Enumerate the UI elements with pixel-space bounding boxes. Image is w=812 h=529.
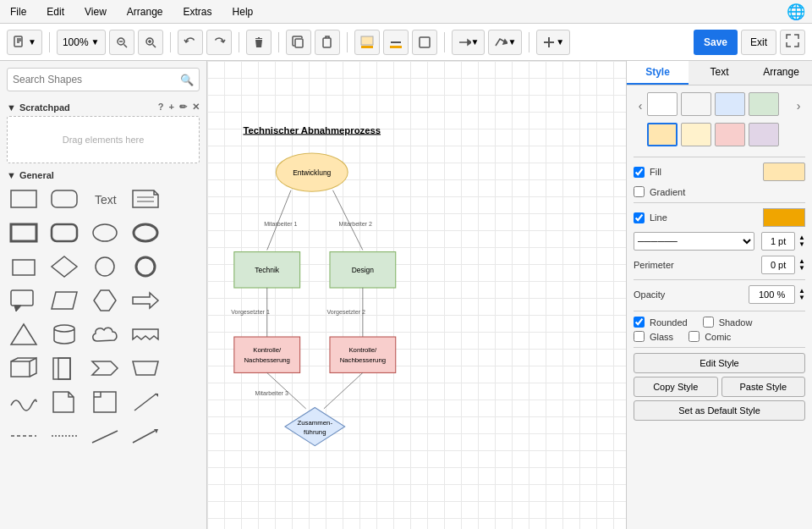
swatch-white[interactable] bbox=[647, 92, 678, 116]
shape-callout[interactable] bbox=[7, 285, 41, 316]
edit-icon[interactable]: ✏ bbox=[179, 102, 187, 113]
add-icon[interactable]: + bbox=[169, 102, 174, 113]
line-pt-spinner[interactable]: ▲ ▼ bbox=[798, 234, 805, 248]
tab-style[interactable]: Style bbox=[627, 61, 689, 85]
shape-cloud[interactable] bbox=[88, 319, 122, 350]
glass-checkbox[interactable] bbox=[634, 331, 645, 342]
menu-help[interactable]: Help bbox=[229, 4, 257, 19]
shape-rect[interactable] bbox=[7, 184, 41, 214]
shape-thick-rect[interactable] bbox=[7, 218, 41, 248]
shape-chevron[interactable] bbox=[88, 353, 122, 383]
copy-style-button[interactable]: Copy Style bbox=[634, 377, 718, 397]
shape-small-rect[interactable] bbox=[7, 251, 41, 282]
shape-hex[interactable] bbox=[88, 285, 122, 316]
waypoint-button[interactable]: ▼ bbox=[488, 30, 522, 55]
shape-line[interactable] bbox=[88, 421, 122, 451]
shape-folded[interactable] bbox=[88, 387, 122, 417]
help-icon[interactable]: ? bbox=[158, 102, 164, 113]
redo-button[interactable] bbox=[206, 30, 232, 55]
line-color-button[interactable] bbox=[383, 30, 409, 55]
shape-arrow[interactable] bbox=[129, 285, 162, 316]
shape-circle[interactable] bbox=[88, 251, 122, 282]
fullscreen-button[interactable] bbox=[780, 30, 805, 55]
shape-wave[interactable] bbox=[7, 387, 41, 417]
zoom-in-button[interactable] bbox=[138, 30, 163, 55]
add-shape-button[interactable]: ▼ bbox=[536, 30, 570, 55]
canvas-area[interactable]: Technischer Abnahmeprozess Entwicklung M… bbox=[207, 61, 626, 529]
set-default-button[interactable]: Set as Default Style bbox=[634, 400, 805, 421]
shape-box3d[interactable] bbox=[7, 353, 41, 383]
swatch-lightblue[interactable] bbox=[715, 92, 745, 116]
node-kontrolle2[interactable] bbox=[330, 337, 396, 372]
swatch-yellow[interactable] bbox=[681, 123, 711, 146]
node-kontrolle1[interactable] bbox=[234, 337, 300, 372]
shape-ellipse-thick[interactable] bbox=[129, 218, 162, 248]
menu-extras[interactable]: Extras bbox=[180, 4, 216, 19]
shape-trapezoid[interactable] bbox=[129, 353, 162, 383]
line-pt-input[interactable] bbox=[761, 232, 795, 251]
general-header[interactable]: ▼ General bbox=[7, 170, 200, 180]
swatch-right-arrow[interactable]: › bbox=[792, 99, 805, 113]
opacity-spinner[interactable]: ▲ ▼ bbox=[798, 288, 805, 301]
save-button[interactable]: Save bbox=[694, 30, 738, 55]
shadow-checkbox[interactable] bbox=[703, 317, 714, 328]
shape-dashed1[interactable] bbox=[7, 421, 41, 451]
tab-arrange[interactable]: Arrange bbox=[750, 61, 812, 85]
swatch-lightgreen[interactable] bbox=[749, 92, 779, 116]
fill-checkbox[interactable] bbox=[634, 167, 645, 178]
perimeter-spinner[interactable]: ▲ ▼ bbox=[798, 258, 805, 272]
search-input[interactable] bbox=[13, 74, 180, 85]
shape-text[interactable]: Text bbox=[88, 184, 122, 214]
shape-note[interactable] bbox=[129, 184, 162, 214]
shape-arrow-diagonal[interactable] bbox=[129, 387, 162, 417]
opacity-input[interactable] bbox=[749, 285, 795, 304]
shape-triangle[interactable] bbox=[7, 319, 41, 350]
zoom-level[interactable]: 100% ▼ bbox=[57, 30, 106, 55]
menu-arrange[interactable]: Arrange bbox=[123, 4, 167, 19]
globe-icon[interactable]: 🌐 bbox=[787, 3, 805, 21]
swatch-pink[interactable] bbox=[715, 123, 745, 146]
perimeter-pt-input[interactable] bbox=[761, 256, 795, 274]
shape-circle-thick[interactable] bbox=[129, 251, 162, 282]
copy-button[interactable] bbox=[286, 30, 311, 55]
fill-color-preview[interactable] bbox=[763, 163, 805, 181]
rounded-checkbox[interactable] bbox=[634, 317, 645, 328]
menu-edit[interactable]: Edit bbox=[43, 4, 68, 19]
border-button[interactable] bbox=[412, 30, 437, 55]
page-format-button[interactable]: ▼ bbox=[7, 30, 42, 55]
shape-parallelogram[interactable] bbox=[47, 285, 81, 316]
shape-dashed2[interactable] bbox=[47, 421, 81, 451]
swatch-peach[interactable] bbox=[647, 123, 678, 146]
exit-button[interactable]: Exit bbox=[741, 30, 776, 55]
close-icon[interactable]: ✕ bbox=[192, 102, 200, 113]
shape-rounded-rect[interactable] bbox=[47, 184, 81, 214]
menu-view[interactable]: View bbox=[81, 4, 110, 19]
scratchpad-header[interactable]: ▼ Scratchpad ? + ✏ ✕ bbox=[7, 102, 200, 113]
paste-style-button[interactable]: Paste Style bbox=[721, 377, 806, 397]
shape-ellipse[interactable] bbox=[88, 218, 122, 248]
edit-style-button[interactable]: Edit Style bbox=[634, 353, 805, 373]
shape-banner[interactable] bbox=[129, 319, 162, 350]
tab-text[interactable]: Text bbox=[689, 61, 750, 85]
shape-arrow-line[interactable] bbox=[129, 421, 162, 451]
delete-button[interactable] bbox=[246, 30, 272, 55]
zoom-out-button[interactable] bbox=[109, 30, 134, 55]
shape-rounded-rect2[interactable] bbox=[47, 218, 81, 248]
fill-color-button[interactable] bbox=[354, 30, 380, 55]
swatch-purple[interactable] bbox=[749, 123, 779, 146]
paste-button[interactable] bbox=[315, 30, 340, 55]
node-zusammen[interactable] bbox=[285, 407, 345, 445]
shape-paper[interactable] bbox=[47, 353, 81, 383]
menu-file[interactable]: File bbox=[7, 4, 30, 19]
gradient-checkbox[interactable] bbox=[634, 186, 645, 197]
shape-diamond[interactable] bbox=[47, 251, 81, 282]
line-color-preview[interactable] bbox=[763, 208, 805, 227]
swatch-lightgray[interactable] bbox=[681, 92, 711, 116]
shape-doc[interactable] bbox=[47, 387, 81, 417]
swatch-left-arrow[interactable]: ‹ bbox=[634, 99, 647, 113]
connection-style-button[interactable]: ▼ bbox=[452, 30, 486, 55]
line-style-select[interactable]: ────── - - - - · · · · bbox=[634, 232, 754, 251]
comic-checkbox[interactable] bbox=[689, 331, 700, 342]
shape-cylinder[interactable] bbox=[47, 319, 81, 350]
undo-button[interactable] bbox=[178, 30, 203, 55]
